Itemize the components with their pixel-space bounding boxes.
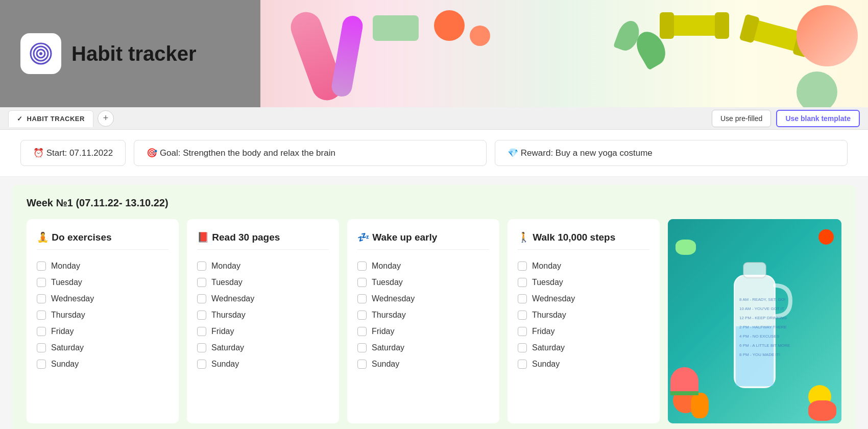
checkbox-walk-10000-steps-saturday[interactable] xyxy=(518,343,527,352)
checkbox-wake-up-early-tuesday[interactable] xyxy=(357,278,367,287)
day-label: Wednesday xyxy=(532,294,575,303)
list-item: Saturday xyxy=(518,340,649,356)
list-item: Monday xyxy=(37,258,168,274)
svg-text:8 AM - READY, SET, GO!: 8 AM - READY, SET, GO! xyxy=(739,297,785,302)
habit-title-walk-10000-steps: 🚶 Walk 10,000 steps xyxy=(518,231,649,250)
day-label: Friday xyxy=(211,327,234,336)
habits-row: 🧘 Do exercisesMondayTuesdayWednesdayThur… xyxy=(27,219,841,423)
start-pill: ⏰ Start: 07.11.2022 xyxy=(20,140,126,166)
checkbox-do-exercises-sunday[interactable] xyxy=(37,360,46,369)
habit-title-wake-up-early: 💤 Wake up early xyxy=(357,231,489,250)
checkbox-walk-10000-steps-wednesday[interactable] xyxy=(518,294,527,303)
svg-rect-5 xyxy=(743,263,766,278)
day-label: Monday xyxy=(211,261,240,271)
habit-card-read-30-pages: 📕 Read 30 pagesMondayTuesdayWednesdayThu… xyxy=(187,219,339,423)
list-item: Sunday xyxy=(357,356,489,372)
checkbox-walk-10000-steps-friday[interactable] xyxy=(518,327,527,336)
list-item: Thursday xyxy=(37,307,168,323)
habit-card-walk-10000-steps: 🚶 Walk 10,000 stepsMondayTuesdayWednesda… xyxy=(508,219,660,423)
list-item: Thursday xyxy=(197,307,329,323)
day-label: Friday xyxy=(51,327,74,336)
checkbox-do-exercises-friday[interactable] xyxy=(37,327,46,336)
list-item: Thursday xyxy=(357,307,489,323)
checkbox-read-30-pages-tuesday[interactable] xyxy=(197,278,206,287)
tab-label: HABIT TRACKER xyxy=(27,115,85,123)
checkbox-read-30-pages-friday[interactable] xyxy=(197,327,206,336)
checkbox-do-exercises-monday[interactable] xyxy=(37,261,46,271)
day-label: Sunday xyxy=(372,360,399,369)
checkbox-read-30-pages-monday[interactable] xyxy=(197,261,206,271)
list-item: Thursday xyxy=(518,307,649,323)
day-label: Thursday xyxy=(372,311,406,320)
checkbox-wake-up-early-sunday[interactable] xyxy=(357,360,367,369)
day-label: Sunday xyxy=(51,360,79,369)
checkbox-walk-10000-steps-sunday[interactable] xyxy=(518,360,527,369)
list-item: Wednesday xyxy=(518,291,649,307)
week-title: Week №1 (07.11.22- 13.10.22) xyxy=(27,197,841,209)
habit-title-do-exercises: 🧘 Do exercises xyxy=(37,231,168,250)
svg-text:2 PM - HALFWAY THERE: 2 PM - HALFWAY THERE xyxy=(739,325,787,329)
day-label: Saturday xyxy=(51,343,84,352)
list-item: Tuesday xyxy=(37,274,168,291)
day-label: Tuesday xyxy=(372,278,403,287)
app-logo xyxy=(20,33,61,74)
checkbox-do-exercises-thursday[interactable] xyxy=(37,311,46,320)
day-label: Saturday xyxy=(211,343,244,352)
svg-text:10 AM - YOU'VE GOT IT: 10 AM - YOU'VE GOT IT xyxy=(739,306,784,311)
list-item: Saturday xyxy=(357,340,489,356)
list-item: Friday xyxy=(197,323,329,340)
app-title: Habit tracker xyxy=(71,42,197,65)
list-item: Sunday xyxy=(37,356,168,372)
motivational-image: 8 AM - READY, SET, GO! 10 AM - YOU'VE GO… xyxy=(668,219,841,423)
reward-pill: 💎 Reward: Buy a new yoga costume xyxy=(495,140,848,166)
list-item: Tuesday xyxy=(197,274,329,291)
habit-title-read-30-pages: 📕 Read 30 pages xyxy=(197,231,329,250)
list-item: Saturday xyxy=(197,340,329,356)
tab-checkmark: ✓ xyxy=(17,115,23,123)
checkbox-do-exercises-tuesday[interactable] xyxy=(37,278,46,287)
checkbox-read-30-pages-saturday[interactable] xyxy=(197,343,206,352)
checkbox-do-exercises-saturday[interactable] xyxy=(37,343,46,352)
day-label: Tuesday xyxy=(532,278,563,287)
info-bar: ⏰ Start: 07.11.2022 🎯 Goal: Strengthen t… xyxy=(0,130,868,177)
checkbox-wake-up-early-wednesday[interactable] xyxy=(357,294,367,303)
use-pre-filled-button[interactable]: Use pre-filled xyxy=(712,110,771,127)
list-item: Friday xyxy=(518,323,649,340)
day-label: Wednesday xyxy=(211,294,254,303)
list-item: Sunday xyxy=(518,356,649,372)
list-item: Tuesday xyxy=(357,274,489,291)
list-item: Monday xyxy=(357,258,489,274)
checkbox-wake-up-early-friday[interactable] xyxy=(357,327,367,336)
checkbox-wake-up-early-thursday[interactable] xyxy=(357,311,367,320)
checkbox-read-30-pages-wednesday[interactable] xyxy=(197,294,206,303)
checkbox-walk-10000-steps-tuesday[interactable] xyxy=(518,278,527,287)
day-label: Thursday xyxy=(532,311,566,320)
day-label: Sunday xyxy=(532,360,560,369)
tab-add-button[interactable]: + xyxy=(98,110,114,127)
checkbox-wake-up-early-monday[interactable] xyxy=(357,261,367,271)
checkbox-wake-up-early-saturday[interactable] xyxy=(357,343,367,352)
day-label: Friday xyxy=(372,327,394,336)
day-label: Monday xyxy=(372,261,401,271)
checkbox-read-30-pages-thursday[interactable] xyxy=(197,311,206,320)
habit-card-wake-up-early: 💤 Wake up earlyMondayTuesdayWednesdayThu… xyxy=(347,219,499,423)
tab-habit-tracker[interactable]: ✓ HABIT TRACKER xyxy=(8,110,93,127)
tab-bar-actions: Use pre-filled Use blank template xyxy=(712,110,860,127)
checkbox-read-30-pages-sunday[interactable] xyxy=(197,360,206,369)
day-label: Tuesday xyxy=(51,278,82,287)
day-label: Saturday xyxy=(372,343,404,352)
checkbox-walk-10000-steps-thursday[interactable] xyxy=(518,311,527,320)
checkbox-walk-10000-steps-monday[interactable] xyxy=(518,261,527,271)
list-item: Wednesday xyxy=(37,291,168,307)
svg-text:12 PM - KEEP DRINKING: 12 PM - KEEP DRINKING xyxy=(739,316,787,320)
svg-text:8 PM - YOU MADE IT!: 8 PM - YOU MADE IT! xyxy=(739,352,780,357)
header-left: Habit tracker xyxy=(0,0,260,107)
use-blank-template-button[interactable]: Use blank template xyxy=(776,110,860,127)
list-item: Sunday xyxy=(197,356,329,372)
week-section: Week №1 (07.11.22- 13.10.22) 🧘 Do exerci… xyxy=(12,185,856,429)
list-item: Tuesday xyxy=(518,274,649,291)
list-item: Monday xyxy=(197,258,329,274)
checkbox-do-exercises-wednesday[interactable] xyxy=(37,294,46,303)
svg-text:6 PM - A LITTLE BIT MORE: 6 PM - A LITTLE BIT MORE xyxy=(739,343,790,348)
day-label: Monday xyxy=(51,261,80,271)
